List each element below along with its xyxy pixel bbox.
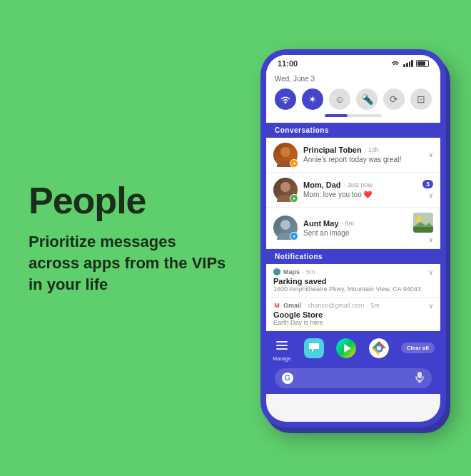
thumbnail-svg xyxy=(413,213,433,233)
svg-point-2 xyxy=(280,182,290,192)
svg-rect-9 xyxy=(276,348,288,350)
notif-expand-gmail[interactable]: ∨ xyxy=(428,302,433,310)
conversation-item[interactable]: ★ Principal Toben · 10h Annie's report t… xyxy=(266,138,440,173)
dnd-symbol: ☺ xyxy=(335,93,345,105)
svg-point-5 xyxy=(416,216,422,222)
google-logo: G xyxy=(282,373,293,384)
conv-content-aunt-may: Aunt May · 6m Sent an image xyxy=(303,219,407,237)
quick-settings: Wed, June 3 ✶ xyxy=(266,71,440,123)
conv-time-2: · Just now xyxy=(344,181,373,188)
notif-time-gmail: · 5m xyxy=(367,302,380,309)
notif-subtitle-gmail: Earth Day is here xyxy=(273,319,424,326)
quick-rotation-icon[interactable]: ⟳ xyxy=(383,88,405,110)
brightness-fill xyxy=(325,114,348,117)
avatar-badge: ★ xyxy=(290,159,298,168)
flashlight-symbol: 🔦 xyxy=(361,93,373,105)
svg-rect-7 xyxy=(276,341,288,343)
signal-icon xyxy=(403,60,413,67)
notif-time-maps: · 5m xyxy=(303,268,315,275)
manage-svg xyxy=(275,338,289,353)
quick-flashlight-icon[interactable]: 🔦 xyxy=(356,88,378,110)
headline: People xyxy=(29,181,228,221)
dock-messages[interactable] xyxy=(304,338,324,358)
mic-icon xyxy=(415,371,425,385)
svg-point-1 xyxy=(280,147,290,157)
conv-right-2: 3 ∨ xyxy=(422,180,433,199)
expand-arrow-aunt-may[interactable]: ∨ xyxy=(428,236,433,243)
wifi-status-icon xyxy=(390,59,400,67)
notif-title-maps: Parking saved xyxy=(273,277,424,285)
conv-name-1: Principal Toben xyxy=(303,146,362,154)
notif-subtitle-maps: 1600 Amphitheatre Pkwy, Mountain View, C… xyxy=(273,285,424,293)
notif-expand-maps[interactable]: ∨ xyxy=(428,268,433,276)
phone-outer: 11:00 xyxy=(260,49,446,427)
play-svg xyxy=(336,338,356,358)
subheadline: Prioritize messages across apps from the… xyxy=(29,231,228,295)
phone-mockup: 11:00 xyxy=(250,49,457,427)
svg-point-15 xyxy=(377,346,381,350)
battery-fill xyxy=(417,61,425,66)
mic-svg xyxy=(415,371,425,383)
messages-svg xyxy=(308,342,320,355)
clear-all-button[interactable]: Clear all xyxy=(401,343,435,353)
dock-clear[interactable]: Clear all xyxy=(401,343,435,353)
rotation-symbol: ⟳ xyxy=(390,93,398,105)
quick-icons-row: ✶ ☺ 🔦 ⟳ ⊡ xyxy=(275,88,432,110)
conv-msg-1: Annie's report today was great! xyxy=(303,156,422,163)
manage-icon xyxy=(272,335,292,355)
phone-screen: 11:00 xyxy=(266,55,440,422)
avatar-badge-2: ● xyxy=(290,194,298,203)
avatar-badge-3: ● xyxy=(290,232,298,240)
notif-header-gmail: M Gmail · chance@gmail.com · 5m xyxy=(273,302,424,309)
conv-time-aunt-may: · 6m xyxy=(342,220,355,227)
expand-arrow-2[interactable]: ∨ xyxy=(428,191,433,199)
image-thumbnail xyxy=(413,213,433,233)
conversation-item-aunt-may[interactable]: ● Aunt May · 6m Sent an image xyxy=(266,208,440,249)
avatar-aunt-may: ● xyxy=(273,216,298,240)
conversation-item-2[interactable]: ● Mom, Dad · Just now Mom: love you too … xyxy=(266,173,440,208)
conv-content-1: Principal Toben · 10h Annie's report tod… xyxy=(303,146,422,163)
notif-email-gmail: · chance@gmail.com xyxy=(304,302,364,309)
search-pill[interactable]: G xyxy=(275,368,432,388)
dock-manage[interactable]: Manage xyxy=(272,335,292,361)
conv-header-aunt-may: Aunt May · 6m xyxy=(303,219,407,228)
wifi-icon xyxy=(280,95,291,103)
notif-app-maps: Maps xyxy=(283,268,300,275)
manage-label: Manage xyxy=(273,356,290,361)
notification-gmail[interactable]: M Gmail · chance@gmail.com · 5m Google S… xyxy=(266,298,440,331)
maps-app-icon xyxy=(273,268,280,275)
conversations-header: Conversations xyxy=(266,123,440,138)
quick-bluetooth-icon[interactable]: ✶ xyxy=(302,88,323,110)
notifications-header: Notifications xyxy=(266,249,440,264)
status-time: 11:00 xyxy=(278,59,298,68)
notif-title-gmail: Google Store xyxy=(273,310,424,319)
svg-point-0 xyxy=(285,101,287,103)
left-section: People Prioritize messages across apps f… xyxy=(29,181,243,295)
conv-header-2: Mom, Dad · Just now xyxy=(303,181,417,189)
status-bar: 11:00 xyxy=(266,55,440,71)
conv-time-1: · 10h xyxy=(365,146,379,153)
notification-maps[interactable]: Maps · 5m Parking saved 1600 Amphitheatr… xyxy=(266,264,440,298)
bottom-dock: Manage xyxy=(266,331,440,365)
conv-content-2: Mom, Dad · Just now Mom: love you too ❤️ xyxy=(303,181,417,198)
messages-icon xyxy=(304,338,324,358)
status-icons xyxy=(390,59,429,67)
unread-badge: 3 xyxy=(422,180,433,188)
conv-right-1: ∨ xyxy=(428,151,433,158)
search-bar: G xyxy=(266,365,440,394)
quick-dnd-icon[interactable]: ☺ xyxy=(329,88,350,110)
expand-arrow-1[interactable]: ∨ xyxy=(428,151,433,158)
svg-rect-8 xyxy=(276,345,288,346)
brightness-bar[interactable] xyxy=(325,114,382,117)
quick-battery-icon[interactable]: ⊡ xyxy=(410,88,432,110)
dock-chrome[interactable] xyxy=(369,338,389,358)
svg-rect-16 xyxy=(417,372,422,378)
conv-msg-2: Mom: love you too ❤️ xyxy=(303,191,417,198)
date-display: Wed, June 3 xyxy=(275,75,432,83)
quick-wifi-icon[interactable] xyxy=(275,88,296,110)
svg-rect-6 xyxy=(413,227,433,233)
battery-icon xyxy=(416,60,429,67)
conv-msg-aunt-may: Sent an image xyxy=(303,229,407,237)
dock-play[interactable] xyxy=(336,338,356,358)
g-letter: G xyxy=(285,374,290,382)
